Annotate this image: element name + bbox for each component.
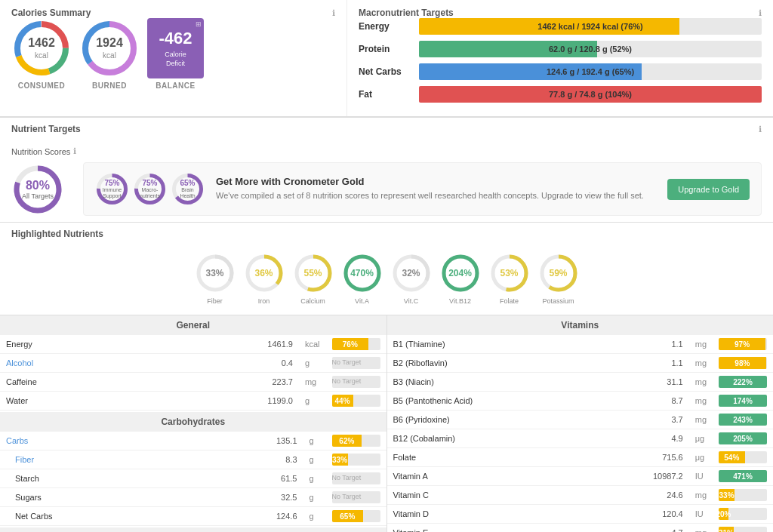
row-name[interactable]: Fiber: [0, 451, 194, 469]
table-row: Carbs 135.1 g 62%: [0, 432, 386, 451]
row-name[interactable]: Alcohol: [0, 354, 159, 373]
nutrient-donut: 470%: [340, 251, 385, 296]
sub-score-1: 75% Macro-nutrients: [133, 172, 167, 206]
carbs-table: Carbs 135.1 g 62% Fiber 8.3 g 33% Starch…: [0, 432, 386, 526]
nutrient-circle-item: 33% Fiber: [192, 251, 238, 305]
nutrition-scores-info-icon[interactable]: ℹ: [73, 146, 76, 156]
nutrient-circle-item: 470% Vit.A: [340, 251, 385, 305]
progress-cell: 44%: [326, 392, 386, 411]
row-unit: g: [303, 507, 326, 526]
macro-info-icon[interactable]: ℹ: [759, 8, 762, 18]
table-row: Net Carbs 124.6 g 65%: [0, 507, 386, 526]
tables-section: General Energy 1461.9 kcal 76% Alcohol 0…: [0, 315, 773, 532]
progress-cell: 33%: [713, 486, 773, 505]
macro-bar-label: 1462 kcal / 1924 kcal (76%): [537, 22, 642, 31]
macro-name: Energy: [359, 21, 419, 32]
row-name: Sugars: [0, 488, 194, 507]
calories-circles: 1462 kcal CONSUMED: [11, 18, 335, 90]
progress-bar-text: 98%: [735, 359, 750, 367]
row-unit: mg: [689, 486, 713, 505]
row-unit: mg: [689, 335, 713, 354]
nutrient-pct: 470%: [350, 268, 374, 278]
row-value: 1199.0: [159, 392, 299, 411]
table-row: Starch 61.5 g No Target: [0, 469, 386, 488]
progress-cell: 33%: [326, 451, 386, 469]
nutrient-label: Potassium: [542, 297, 574, 305]
nutrient-donut: 36%: [242, 251, 287, 296]
progress-cell: 65%: [326, 507, 386, 526]
row-unit: mg: [689, 411, 713, 429]
nutrient-circle-item: 36% Iron: [242, 251, 287, 305]
nutrient-circle-item: 55% Calcium: [291, 251, 336, 305]
table-row: B12 (Cobalamin) 4.9 μg 205%: [387, 429, 774, 448]
row-value: 0.4: [159, 354, 299, 373]
table-row: Alcohol 0.4 g No Target: [0, 354, 386, 373]
nutrient-donut: 32%: [389, 251, 434, 296]
nutrient-pct: 36%: [254, 268, 273, 278]
gold-promo-title: Get More with Cronometer Gold: [216, 176, 667, 187]
progress-bar-wrap: 205%: [719, 432, 767, 444]
progress-cell: 54%: [713, 448, 773, 467]
progress-cell: No Target: [326, 373, 386, 392]
row-value: 10987.2: [594, 467, 689, 486]
progress-cell: 222%: [713, 373, 773, 392]
row-unit: g: [299, 392, 326, 411]
balance-expand-icon[interactable]: ⊞: [196, 20, 202, 28]
progress-cell: 62%: [326, 432, 386, 451]
progress-bar-wrap: 98%: [719, 357, 767, 369]
macro-title: Macronutrient Targets: [359, 8, 454, 18]
nutrient-label: Fiber: [207, 297, 223, 305]
sub-score-1-text: 75% Macro-nutrients: [140, 179, 160, 200]
macro-bar-container: 62.0 g / 120.8 g (52%): [419, 41, 762, 57]
gold-promo-desc: We've compiled a set of 8 nutrition scor…: [216, 190, 667, 201]
row-name: Net Carbs: [0, 507, 194, 526]
row-value: 223.7: [159, 373, 299, 392]
row-name: Energy: [0, 335, 159, 354]
row-unit: g: [303, 469, 326, 488]
macro-name: Protein: [359, 44, 419, 54]
macro-bar-container: 124.6 g / 192.4 g (65%): [419, 63, 762, 80]
consumed-donut: 1462 kcal: [11, 18, 72, 78]
nutrient-pct: 55%: [303, 268, 322, 278]
nutrient-label: Vit.A: [355, 297, 369, 305]
sub-score-2-label: BrainHealth: [180, 187, 195, 200]
table-row: Caffeine 223.7 mg No Target: [0, 373, 386, 392]
nutrient-circle-item: 204% Vit.B12: [438, 251, 483, 305]
macro-section-header: Macronutrient Targets ℹ: [359, 8, 762, 18]
main-score-text: 80% All Targets: [22, 179, 54, 200]
table-row: Energy 1461.9 kcal 76%: [0, 335, 386, 354]
progress-bar-text: 62%: [339, 437, 354, 445]
row-value: 1.1: [594, 335, 689, 354]
table-row: Vitamin A 10987.2 IU 471%: [387, 467, 774, 486]
burned-donut: 1924 kcal: [79, 18, 140, 78]
calories-info-icon[interactable]: ℹ: [332, 8, 335, 18]
sub-score-0-pct: 75%: [103, 179, 122, 187]
macro-row: Protein 62.0 g / 120.8 g (52%): [359, 41, 762, 57]
macro-bar-container: 1462 kcal / 1924 kcal (76%): [419, 18, 762, 35]
nutrient-donut-text: 204%: [448, 268, 472, 278]
consumed-label: CONSUMED: [18, 81, 65, 90]
progress-cell: 471%: [713, 467, 773, 486]
consumed-circle-item: 1462 kcal CONSUMED: [11, 18, 72, 90]
progress-bar-fill: 31%: [719, 527, 734, 532]
progress-bar-wrap: No Target: [332, 376, 380, 388]
upgrade-button[interactable]: Upgrade to Gold: [667, 179, 750, 200]
nutrient-info-icon[interactable]: ℹ: [759, 125, 762, 134]
progress-bar-fill: 33%: [332, 454, 348, 466]
burned-circle-item: 1924 kcal BURNED: [79, 18, 140, 90]
nutrient-donut-text: 55%: [303, 268, 322, 278]
no-target-text: No Target: [332, 358, 362, 366]
row-name: Vitamin C: [387, 486, 595, 505]
progress-bar-wrap: 20%: [719, 508, 767, 520]
row-name[interactable]: Carbs: [0, 432, 194, 451]
row-unit: IU: [689, 505, 713, 524]
burned-value: 1924: [96, 36, 123, 50]
table-row: Water 1199.0 g 44%: [0, 392, 386, 411]
nutrient-donut-text: 53%: [500, 268, 518, 278]
nutrient-donut-text: 59%: [549, 268, 567, 278]
row-unit: mg: [689, 373, 713, 392]
progress-cell: No Target: [326, 469, 386, 488]
no-target-text: No Target: [332, 474, 362, 481]
progress-bar-wrap: 33%: [332, 454, 380, 466]
row-value: 715.6: [594, 448, 689, 467]
